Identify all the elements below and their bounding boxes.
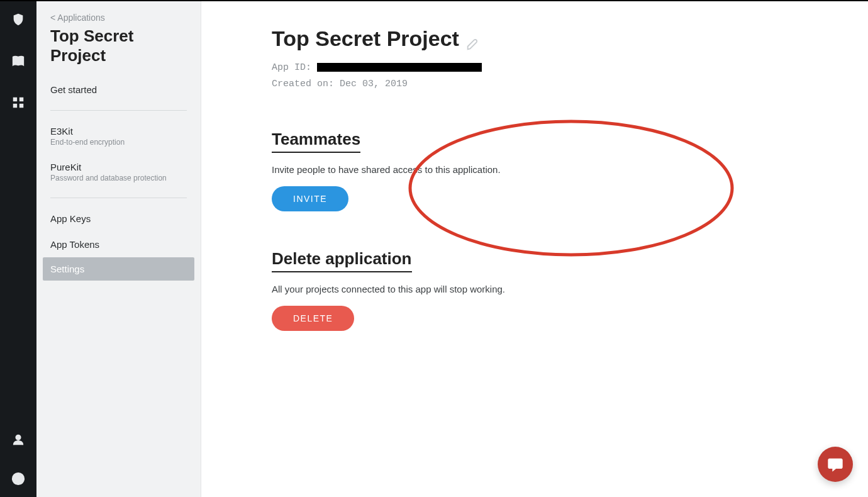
delete-section: Delete application All your projects con… — [272, 249, 868, 331]
subnav-item-e3kit[interactable]: E3Kit End-to-end encryption — [36, 118, 201, 154]
svg-rect-2 — [13, 104, 17, 108]
svg-rect-0 — [13, 98, 17, 101]
shield-icon[interactable] — [11, 13, 25, 26]
invite-button[interactable]: INVITE — [272, 186, 348, 211]
project-title: Top Secret Project — [272, 26, 459, 51]
subnav-item-label: Settings — [50, 264, 187, 274]
subnav-item-label: App Keys — [50, 213, 187, 224]
svg-rect-1 — [19, 98, 23, 101]
created-on-label: Created on: — [272, 79, 334, 89]
project-title-row: Top Secret Project — [272, 26, 479, 51]
subnav-item-sublabel: Password and database protection — [50, 174, 187, 182]
app-id-label: App ID: — [272, 62, 311, 73]
created-on-value: Dec 03, 2019 — [340, 79, 408, 89]
subnav-item-label: App Tokens — [50, 239, 187, 250]
svg-point-6 — [18, 482, 19, 483]
svg-point-4 — [16, 435, 20, 440]
project-meta: App ID: Created on: Dec 03, 2019 — [272, 60, 868, 92]
subnav-item-label: E3Kit — [50, 126, 187, 137]
teammates-section: Teammates Invite people to have shared a… — [272, 130, 868, 211]
subnav-item-label: Get started — [50, 84, 187, 95]
teammates-desc: Invite people to have shared access to t… — [272, 164, 868, 175]
subnav-item-purekit[interactable]: PureKit Password and database protection — [36, 154, 201, 190]
subnav-item-settings[interactable]: Settings — [43, 257, 194, 281]
divider — [50, 198, 187, 198]
teammates-heading: Teammates — [272, 130, 360, 153]
subnav-item-sublabel: End-to-end encryption — [50, 138, 187, 147]
subnav: < Applications Top Secret Project Get st… — [36, 1, 201, 497]
help-icon[interactable] — [11, 472, 25, 486]
edit-icon[interactable] — [465, 32, 479, 46]
subnav-title: Top Secret Project — [36, 26, 201, 77]
book-icon[interactable] — [11, 54, 25, 68]
back-link[interactable]: < Applications — [36, 13, 201, 26]
delete-button[interactable]: DELETE — [272, 306, 354, 331]
delete-desc: All your projects connected to this app … — [272, 284, 868, 294]
subnav-item-app-keys[interactable]: App Keys — [36, 206, 201, 232]
main-content: Top Secret Project App ID: Created on: D… — [201, 1, 868, 497]
subnav-item-get-started[interactable]: Get started — [36, 77, 201, 103]
divider — [50, 110, 187, 111]
app-id-value-redacted — [317, 63, 482, 72]
nav-rail — [0, 1, 36, 497]
grid-icon[interactable] — [11, 96, 25, 109]
chat-widget[interactable] — [818, 447, 853, 482]
delete-heading: Delete application — [272, 249, 412, 272]
subnav-item-app-tokens[interactable]: App Tokens — [36, 232, 201, 257]
subnav-item-label: PureKit — [50, 162, 187, 172]
user-icon[interactable] — [11, 433, 25, 447]
svg-rect-3 — [19, 104, 23, 108]
